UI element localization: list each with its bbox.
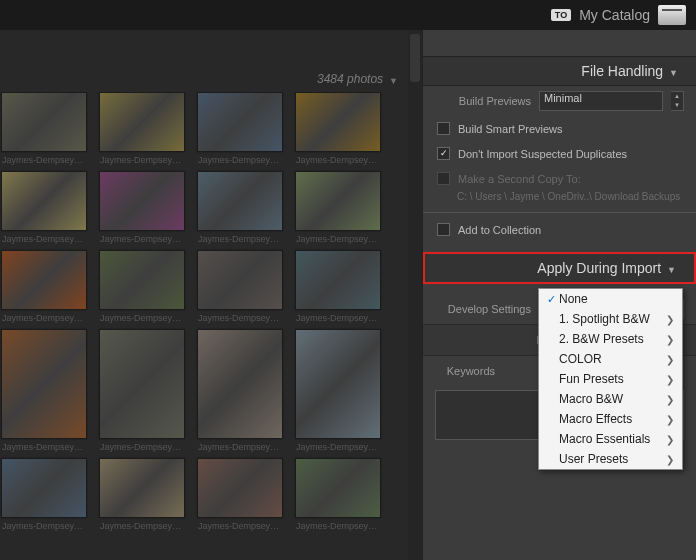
checkbox-icon[interactable]: ✓ bbox=[437, 147, 450, 160]
thumbnail[interactable]: Jaymes-Dempsey-Phot... bbox=[296, 250, 380, 325]
thumbnail[interactable]: Jaymes-Dempsey-Phot... bbox=[100, 171, 184, 246]
thumbnail-caption: Jaymes-Dempsey-Phot... bbox=[2, 155, 86, 167]
chevron-right-icon: ❯ bbox=[666, 314, 674, 325]
build-previews-row: Build Previews Minimal ▲▼ bbox=[423, 86, 696, 116]
thumbnail-caption: Jaymes-Dempsey-Phot... bbox=[198, 521, 282, 533]
thumbnail[interactable]: Jaymes-Dempsey-Phot... bbox=[100, 250, 184, 325]
thumbnail-caption: Jaymes-Dempsey-Phot... bbox=[2, 442, 86, 454]
thumbnail-caption: Jaymes-Dempsey-Phot... bbox=[100, 313, 184, 325]
thumbnail-caption: Jaymes-Dempsey-Phot... bbox=[100, 234, 184, 246]
thumbnail[interactable]: Jaymes-Dempsey-Phot... bbox=[100, 329, 184, 454]
thumbnail-caption: Jaymes-Dempsey-Phot... bbox=[2, 234, 86, 246]
thumbnail-caption: Jaymes-Dempsey-Phot... bbox=[100, 442, 184, 454]
file-handling-header[interactable]: File Handling▼ bbox=[423, 56, 696, 86]
check-icon: ✓ bbox=[543, 293, 559, 306]
thumbnail-caption: Jaymes-Dempsey-Phot... bbox=[198, 442, 282, 454]
thumbnail[interactable]: Jaymes-Dempsey-Phot... bbox=[2, 171, 86, 246]
chevron-right-icon: ❯ bbox=[666, 394, 674, 405]
thumbnail[interactable]: Jaymes-Dempsey-Phot... bbox=[296, 92, 380, 167]
disk-icon[interactable] bbox=[658, 5, 686, 25]
thumbnail[interactable]: Jaymes-Dempsey-Phot... bbox=[296, 458, 380, 533]
thumbnail[interactable]: Jaymes-Dempsey-Phot... bbox=[296, 171, 380, 246]
dropdown-item[interactable]: Macro Effects❯ bbox=[539, 409, 682, 429]
second-copy-row[interactable]: Make a Second Copy To: bbox=[423, 166, 696, 191]
thumbnail[interactable]: Jaymes-Dempsey-Phot... bbox=[198, 250, 282, 325]
thumbnail-caption: Jaymes-Dempsey-Phot... bbox=[296, 521, 380, 533]
thumbnail[interactable]: Jaymes-Dempsey-Phot... bbox=[198, 458, 282, 533]
chevron-down-icon: ▼ bbox=[389, 76, 398, 86]
chevron-right-icon: ❯ bbox=[666, 334, 674, 345]
build-previews-label: Build Previews bbox=[435, 95, 531, 107]
thumbnail-caption: Jaymes-Dempsey-Phot... bbox=[2, 521, 86, 533]
thumbnail-caption: Jaymes-Dempsey-Phot... bbox=[198, 234, 282, 246]
dropdown-item-none[interactable]: ✓ None bbox=[539, 289, 682, 309]
grid-header[interactable]: 3484 photos ▼ bbox=[0, 30, 422, 92]
thumbnail[interactable]: Jaymes-Dempsey-Phot... bbox=[2, 92, 86, 167]
chevron-right-icon: ❯ bbox=[666, 414, 674, 425]
chevron-right-icon: ❯ bbox=[666, 454, 674, 465]
thumbnail[interactable]: Jaymes-Dempsey-Phot... bbox=[100, 458, 184, 533]
dropdown-item[interactable]: User Presets❯ bbox=[539, 449, 682, 469]
thumbnail-caption: Jaymes-Dempsey-Phot... bbox=[100, 155, 184, 167]
dropdown-item[interactable]: Macro Essentials❯ bbox=[539, 429, 682, 449]
thumbnail[interactable]: Jaymes-Dempsey-Phot... bbox=[2, 458, 86, 533]
dropdown-item[interactable]: 1. Spotlight B&W❯ bbox=[539, 309, 682, 329]
chevron-right-icon: ❯ bbox=[666, 354, 674, 365]
thumbnail-caption: Jaymes-Dempsey-Phot... bbox=[198, 313, 282, 325]
second-copy-path: C: \ Users \ Jayme \ OneDriv..\ Download… bbox=[423, 191, 696, 208]
thumbnail[interactable]: Jaymes-Dempsey-Phot... bbox=[198, 329, 282, 454]
develop-settings-dropdown[interactable]: ✓ None 1. Spotlight B&W❯2. B&W Presets❯C… bbox=[538, 288, 683, 470]
thumbnail-grid: 3484 photos ▼ Jaymes-Dempsey-Phot...Jaym… bbox=[0, 30, 423, 560]
thumbnail[interactable]: Jaymes-Dempsey-Phot... bbox=[2, 250, 86, 325]
dropdown-item[interactable]: 2. B&W Presets❯ bbox=[539, 329, 682, 349]
build-previews-select[interactable]: Minimal bbox=[539, 91, 663, 111]
chevron-right-icon: ❯ bbox=[666, 374, 674, 385]
thumbnail-caption: Jaymes-Dempsey-Phot... bbox=[296, 313, 380, 325]
build-previews-stepper[interactable]: ▲▼ bbox=[671, 91, 684, 111]
checkbox-icon[interactable] bbox=[437, 172, 450, 185]
checkbox-icon[interactable] bbox=[437, 223, 450, 236]
apply-during-import-header[interactable]: Apply During Import▼ bbox=[423, 252, 696, 284]
thumbnail[interactable]: Jaymes-Dempsey-Phot... bbox=[198, 171, 282, 246]
grid-scrollbar[interactable] bbox=[408, 30, 422, 560]
thumbnail[interactable]: Jaymes-Dempsey-Phot... bbox=[100, 92, 184, 167]
chevron-down-icon: ▼ bbox=[669, 68, 678, 78]
catalog-name: My Catalog bbox=[579, 7, 650, 23]
smart-previews-row[interactable]: Build Smart Previews bbox=[423, 116, 696, 141]
thumbnail[interactable]: Jaymes-Dempsey-Phot... bbox=[296, 329, 380, 454]
chevron-down-icon: ▼ bbox=[667, 265, 676, 275]
checkbox-icon[interactable] bbox=[437, 122, 450, 135]
top-bar: TO My Catalog bbox=[0, 0, 696, 30]
add-to-collection-row[interactable]: Add to Collection bbox=[423, 217, 696, 242]
dropdown-item[interactable]: Macro B&W❯ bbox=[539, 389, 682, 409]
dropdown-item[interactable]: COLOR❯ bbox=[539, 349, 682, 369]
to-badge: TO bbox=[551, 9, 571, 21]
thumbnail-caption: Jaymes-Dempsey-Phot... bbox=[2, 313, 86, 325]
thumbnail[interactable]: Jaymes-Dempsey-Phot... bbox=[198, 92, 282, 167]
thumbnail-caption: Jaymes-Dempsey-Phot... bbox=[296, 155, 380, 167]
thumbnail-caption: Jaymes-Dempsey-Phot... bbox=[100, 521, 184, 533]
thumbnail-caption: Jaymes-Dempsey-Phot... bbox=[296, 234, 380, 246]
photo-count: 3484 photos bbox=[317, 72, 383, 86]
dropdown-item[interactable]: Fun Presets❯ bbox=[539, 369, 682, 389]
thumbnail-caption: Jaymes-Dempsey-Phot... bbox=[198, 155, 282, 167]
thumbnail-caption: Jaymes-Dempsey-Phot... bbox=[296, 442, 380, 454]
thumbnail[interactable]: Jaymes-Dempsey-Phot... bbox=[2, 329, 86, 454]
chevron-right-icon: ❯ bbox=[666, 434, 674, 445]
dont-import-duplicates-row[interactable]: ✓ Don't Import Suspected Duplicates bbox=[423, 141, 696, 166]
